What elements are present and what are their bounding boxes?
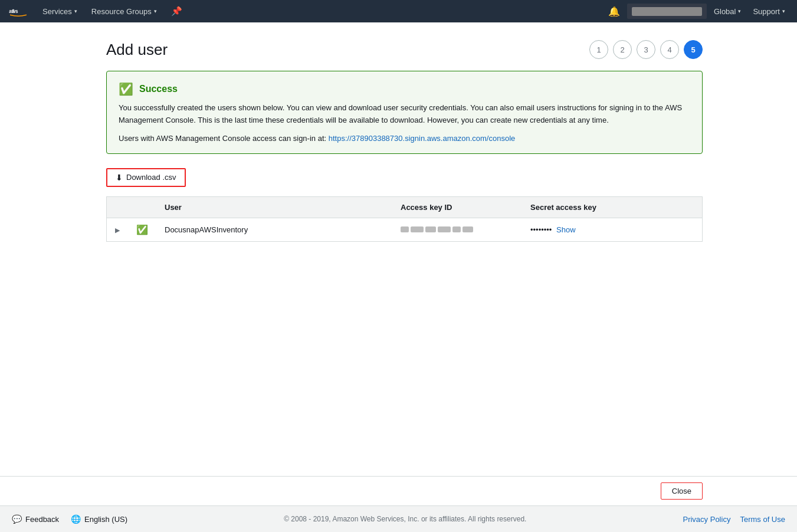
support-label: Support	[753, 7, 780, 16]
expand-arrow-icon[interactable]: ▶	[115, 226, 120, 234]
col-expand-header	[107, 196, 129, 218]
footer: 💬 Feedback 🌐 English (US) © 2008 - 2019,…	[0, 505, 797, 532]
signin-line: Users with AWS Management Console access…	[119, 134, 690, 143]
feedback-chat-icon: 💬	[12, 514, 22, 524]
success-header: ✅ Success	[119, 82, 690, 96]
table-header-row: User Access key ID Secret access key	[107, 196, 703, 218]
global-chevron: ▾	[738, 8, 741, 14]
pin-icon-btn[interactable]: 📌	[165, 0, 188, 22]
step-4: 4	[660, 40, 679, 59]
download-icon: ⬇	[116, 173, 123, 182]
aws-logo[interactable]: aws	[7, 3, 29, 19]
key-seg-3	[425, 226, 436, 232]
bell-icon-btn[interactable]: 🔔	[604, 6, 625, 17]
key-seg-1	[401, 226, 409, 232]
language-button[interactable]: 🌐 English (US)	[71, 514, 127, 524]
feedback-label: Feedback	[25, 515, 59, 524]
row-success-icon: ✅	[136, 225, 148, 235]
bell-icon: 🔔	[608, 6, 620, 17]
success-check-icon: ✅	[119, 82, 133, 96]
page-header: Add user 1 2 3 4 5	[106, 40, 703, 59]
svg-text:aws: aws	[9, 9, 18, 14]
global-menu[interactable]: Global ▾	[709, 7, 746, 16]
main-content: Add user 1 2 3 4 5 ✅ Success You success…	[0, 22, 797, 476]
signin-link[interactable]: https://378903388730.signin.aws.amazon.c…	[329, 134, 516, 143]
download-label: Download .csv	[126, 173, 176, 182]
footer-right: Privacy Policy Terms of Use	[683, 515, 785, 524]
key-seg-4	[438, 226, 451, 232]
close-button[interactable]: Close	[661, 482, 703, 500]
top-navigation: aws Services ▾ Resource Groups ▾ 📌 🔔 ███…	[0, 0, 797, 22]
col-check-header	[128, 196, 156, 218]
success-message: You successfully created the users shown…	[119, 102, 690, 127]
services-chevron: ▾	[74, 8, 77, 14]
success-title: Success	[139, 84, 178, 94]
status-cell: ✅	[128, 218, 156, 241]
download-csv-button[interactable]: ⬇ Download .csv	[106, 168, 186, 187]
username-value: DocusnapAWSInventory	[165, 225, 248, 234]
feedback-button[interactable]: 💬 Feedback	[12, 514, 59, 524]
account-menu[interactable]: ████████████	[627, 4, 707, 19]
username-cell: DocusnapAWSInventory	[156, 218, 392, 241]
secret-key-stars: ••••••••	[530, 225, 552, 234]
key-seg-2	[411, 226, 424, 232]
language-label: English (US)	[84, 515, 127, 524]
support-chevron: ▾	[782, 8, 785, 14]
close-button-area: Close	[0, 476, 797, 505]
success-box: ✅ Success You successfully created the u…	[106, 71, 703, 154]
pin-icon: 📌	[171, 6, 182, 17]
access-key-cell	[392, 218, 522, 241]
global-label: Global	[714, 7, 736, 16]
services-menu[interactable]: Services ▾	[37, 0, 83, 22]
resource-groups-menu[interactable]: Resource Groups ▾	[86, 0, 163, 22]
terms-of-use-link[interactable]: Terms of Use	[740, 515, 785, 524]
resource-groups-chevron: ▾	[154, 8, 157, 14]
expand-cell[interactable]: ▶	[107, 218, 129, 241]
access-key-value	[401, 226, 473, 232]
step-3: 3	[637, 40, 655, 59]
col-secret-header: Secret access key	[522, 196, 703, 218]
signin-text: Users with AWS Management Console access…	[119, 134, 326, 143]
step-indicators: 1 2 3 4 5	[589, 40, 703, 59]
account-text: ████████████	[632, 7, 702, 16]
table-row: ▶ ✅ DocusnapAWSInventory	[107, 218, 703, 241]
col-access-header: Access key ID	[392, 196, 522, 218]
step-1: 1	[589, 40, 608, 59]
show-secret-link[interactable]: Show	[556, 225, 576, 234]
copyright-text: © 2008 - 2019, Amazon Web Services, Inc.…	[284, 515, 526, 523]
key-seg-5	[452, 226, 461, 232]
privacy-policy-link[interactable]: Privacy Policy	[683, 515, 730, 524]
support-menu[interactable]: Support ▾	[748, 7, 790, 16]
resource-groups-label: Resource Groups	[91, 7, 152, 16]
footer-left: 💬 Feedback 🌐 English (US)	[12, 514, 127, 524]
step-2: 2	[613, 40, 632, 59]
col-user-header: User	[156, 196, 392, 218]
secret-key-cell: •••••••• Show	[522, 218, 703, 241]
page-title: Add user	[106, 41, 168, 59]
key-seg-6	[463, 226, 473, 232]
user-table: User Access key ID Secret access key ▶ ✅…	[106, 196, 703, 242]
language-globe-icon: 🌐	[71, 514, 81, 524]
services-label: Services	[42, 7, 72, 16]
step-5: 5	[684, 40, 703, 59]
